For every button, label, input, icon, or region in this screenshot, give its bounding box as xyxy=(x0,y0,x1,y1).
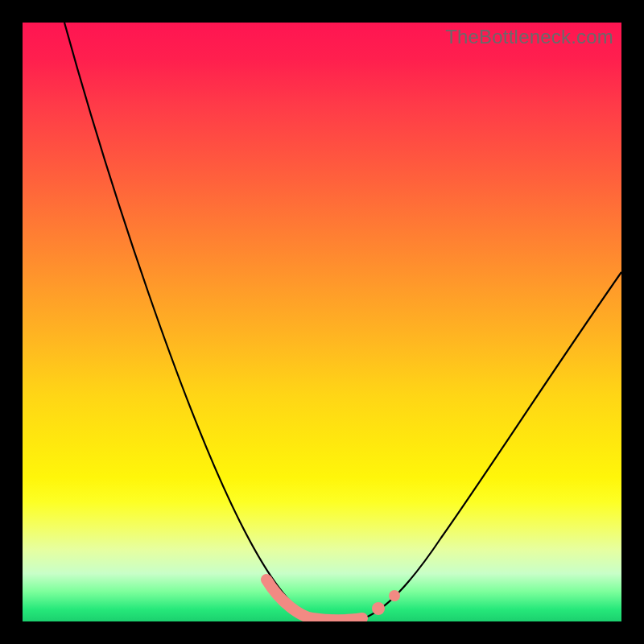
marker-dot-2 xyxy=(389,590,400,601)
curve-right-branch xyxy=(364,272,621,618)
plot-area: TheBottleneck.com xyxy=(23,23,621,621)
curve-left-branch xyxy=(64,23,311,618)
marker-dot-1 xyxy=(372,602,385,615)
chart-svg xyxy=(23,23,621,621)
chart-frame: TheBottleneck.com xyxy=(0,0,644,644)
valley-highlight-marker xyxy=(266,580,362,620)
